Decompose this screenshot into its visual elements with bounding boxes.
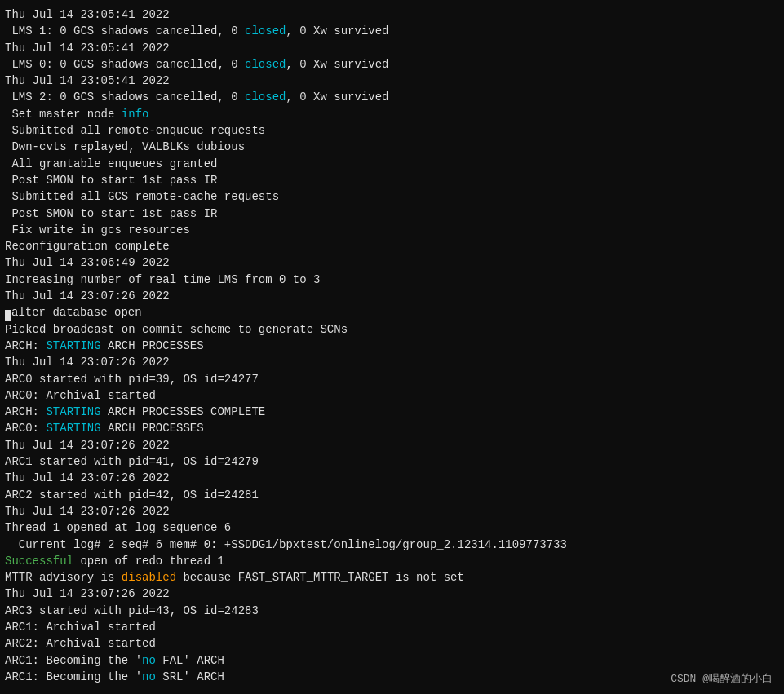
log-line: Increasing number of real time LMS from … xyxy=(5,272,779,288)
log-line: ARC1: Becoming the 'no FAL' ARCH xyxy=(5,652,779,669)
log-line: ARC1: Becoming the 'no SRL' ARCH xyxy=(5,669,779,685)
log-line: Thread 1 opened at log sequence 6 xyxy=(5,519,779,536)
log-line: ARC3 started with pid=43, OS id=24283 xyxy=(5,603,779,619)
log-line: Picked broadcast on commit scheme to gen… xyxy=(5,321,779,338)
log-line: ARC2: Archival started xyxy=(5,635,779,652)
log-line: Thu Jul 14 23:07:26 2022 xyxy=(5,288,779,304)
log-line: Thu Jul 14 23:05:41 2022 xyxy=(5,73,779,89)
log-line: Thu Jul 14 23:07:26 2022 xyxy=(5,437,779,453)
log-line: Submitted all GCS remote-cache requests xyxy=(5,188,779,205)
log-line: Thu Jul 14 23:05:41 2022 xyxy=(5,7,779,23)
log-line: LMS 2: 0 GCS shadows cancelled, 0 closed… xyxy=(5,89,779,105)
log-line: Thu Jul 14 23:06:49 2022 xyxy=(5,254,779,271)
log-line: Fix write in gcs resources xyxy=(5,222,779,238)
log-line: Current log# 2 seq# 6 mem# 0: +SSDDG1/bp… xyxy=(5,537,779,553)
terminal: Thu Jul 14 23:05:41 2022 LMS 1: 0 GCS sh… xyxy=(0,0,784,694)
log-line: Post SMON to start 1st pass IR xyxy=(5,206,779,222)
log-line: Thu Jul 14 23:07:26 2022 xyxy=(5,354,779,370)
log-line: Thu Jul 14 23:07:26 2022 xyxy=(5,586,779,602)
log-line: Thu Jul 14 23:07:26 2022 xyxy=(5,470,779,486)
log-line: All grantable enqueues granted xyxy=(5,156,779,172)
log-line: alter database open xyxy=(5,304,779,320)
log-line: Reconfiguration complete xyxy=(5,238,779,254)
log-line: Submitted all remote-enqueue requests xyxy=(5,122,779,139)
log-line: ARCH: STARTING ARCH PROCESSES COMPLETE xyxy=(5,404,779,420)
log-line: LMS 1: 0 GCS shadows cancelled, 0 closed… xyxy=(5,23,779,39)
cursor xyxy=(5,310,11,321)
log-line: ARC1 started with pid=41, OS id=24279 xyxy=(5,453,779,470)
log-line: ARC0 started with pid=39, OS id=24277 xyxy=(5,371,779,387)
log-line: ARC0: STARTING ARCH PROCESSES xyxy=(5,420,779,436)
log-line: ARC2 started with pid=42, OS id=24281 xyxy=(5,487,779,503)
log-line: Thu Jul 14 23:05:41 2022 xyxy=(5,40,779,56)
log-line: LMS 0: 0 GCS shadows cancelled, 0 closed… xyxy=(5,56,779,73)
log-line: ARC0: Archival started xyxy=(5,387,779,404)
log-line: Thu Jul 14 23:07:26 2022 xyxy=(5,503,779,519)
log-line: Post SMON to start 1st pass IR xyxy=(5,172,779,188)
watermark: CSDN @喝醉酒的小白 xyxy=(671,671,773,686)
log-line: MTTR advisory is disabled because FAST_S… xyxy=(5,569,779,586)
log-line: Successful open of redo thread 1 xyxy=(5,553,779,569)
log-line: ARC1: Archival started xyxy=(5,619,779,635)
log-line: ARCH: STARTING ARCH PROCESSES xyxy=(5,338,779,354)
log-line: Set master node info xyxy=(5,106,779,122)
log-line: Dwn-cvts replayed, VALBLKs dubious xyxy=(5,139,779,155)
